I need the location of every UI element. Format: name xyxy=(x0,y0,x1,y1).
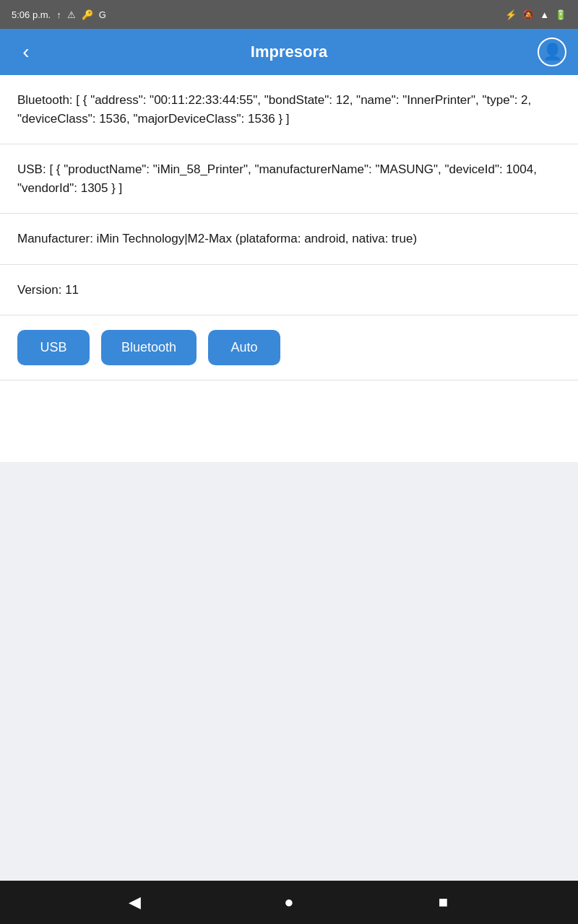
empty-area xyxy=(0,462,578,881)
battery-icon: 🔋 xyxy=(555,9,566,20)
app-bar: ‹ Impresora 👤 xyxy=(0,29,578,75)
usb-info-row: USB: [ { "productName": "iMin_58_Printer… xyxy=(0,144,578,214)
nav-recent-button[interactable]: ■ xyxy=(427,886,459,918)
version-info-text: Version: 11 xyxy=(17,283,79,297)
avatar-icon: 👤 xyxy=(543,43,562,61)
upload-icon: ↑ xyxy=(56,9,61,20)
nav-bar: ◀ ● ■ xyxy=(0,881,578,924)
usb-info-text: USB: [ { "productName": "iMin_58_Printer… xyxy=(17,162,537,195)
button-row: USB Bluetooth Auto xyxy=(0,315,578,380)
back-button[interactable]: ‹ xyxy=(12,38,40,66)
g-icon: G xyxy=(99,9,106,20)
main-content: Bluetooth: [ { "address": "00:11:22:33:4… xyxy=(0,75,578,462)
usb-button[interactable]: USB xyxy=(17,330,90,365)
manufacturer-info-text: Manufacturer: iMin Technology|M2-Max (pl… xyxy=(17,232,417,245)
nav-home-button[interactable]: ● xyxy=(273,886,305,918)
manufacturer-info-row: Manufacturer: iMin Technology|M2-Max (pl… xyxy=(0,214,578,265)
bluetooth-info-text: Bluetooth: [ { "address": "00:11:22:33:4… xyxy=(17,93,531,126)
auto-button[interactable]: Auto xyxy=(208,330,280,365)
version-info-row: Version: 11 xyxy=(0,265,578,316)
bluetooth-status-icon: ⚡ xyxy=(505,9,517,20)
app-title: Impresora xyxy=(40,43,538,61)
nav-back-button[interactable]: ◀ xyxy=(119,886,151,918)
bluetooth-button[interactable]: Bluetooth xyxy=(101,330,197,365)
alert-icon: ⚠ xyxy=(67,9,76,20)
wifi-icon: ▲ xyxy=(540,9,549,20)
status-bar: 5:06 p.m. ↑ ⚠ 🔑 G ⚡ 🔕 ▲ 🔋 xyxy=(0,0,578,29)
time-display: 5:06 p.m. xyxy=(12,9,51,20)
status-left: 5:06 p.m. ↑ ⚠ 🔑 G xyxy=(12,9,106,20)
key-icon: 🔑 xyxy=(82,9,93,20)
bell-mute-icon: 🔕 xyxy=(522,9,534,20)
status-right: ⚡ 🔕 ▲ 🔋 xyxy=(505,9,566,20)
bluetooth-info-row: Bluetooth: [ { "address": "00:11:22:33:4… xyxy=(0,75,578,144)
avatar-button[interactable]: 👤 xyxy=(538,38,566,66)
